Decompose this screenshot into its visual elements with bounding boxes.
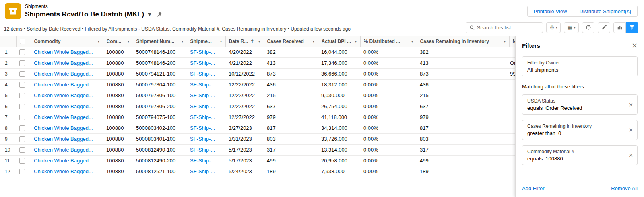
row-checkbox[interactable] xyxy=(19,115,25,120)
cases-received-cell: 189 xyxy=(264,166,318,177)
shipment-number-cell: 5000748146-200 xyxy=(133,57,187,68)
search-box[interactable] xyxy=(466,22,543,33)
list-view-body: Commodity▾ Com...▾ Shipment Num...▾ Ship… xyxy=(0,36,644,197)
column-header-cases-received[interactable]: Cases Received▾ xyxy=(264,36,318,47)
filter-card[interactable]: USDA Status equalsOrder Received × xyxy=(522,94,638,115)
filter-card[interactable]: Commodity Material # equals100880 × xyxy=(522,145,638,165)
commodity-link[interactable]: Chicken Whole Bagged... xyxy=(34,136,93,142)
remove-filter-icon[interactable]: × xyxy=(628,152,633,158)
filter-field-name: USDA Status xyxy=(527,98,627,104)
shipment-link[interactable]: SF-Ship-... xyxy=(190,114,215,120)
commodity-link[interactable]: Chicken Whole Bagged... xyxy=(34,82,93,88)
row-checkbox[interactable] xyxy=(19,158,25,164)
shipment-link[interactable]: SF-Ship-... xyxy=(190,103,215,109)
commodity-link[interactable]: Chicken Whole Bagged... xyxy=(34,147,93,153)
shipment-number-cell: 5000794121-100 xyxy=(133,68,187,79)
commodity-link[interactable]: Chicken Whole Bagged... xyxy=(34,49,93,55)
select-all-header[interactable] xyxy=(16,36,31,47)
column-header-pct-distributed[interactable]: % Distributed ...▾ xyxy=(360,36,417,47)
row-number: 2 xyxy=(0,57,16,68)
column-header-cases-remaining[interactable]: Cases Remaining in Inventory▾ xyxy=(417,36,509,47)
charts-button[interactable] xyxy=(613,22,626,33)
filter-by-owner-card[interactable]: Filter by Owner All shipments xyxy=(522,56,638,76)
shipment-number-cell: 5000803402-100 xyxy=(133,123,187,133)
column-header-date-received[interactable]: Date R...↑▾ xyxy=(225,36,264,47)
shipment-link[interactable]: SF-Ship-... xyxy=(190,158,215,164)
commodity-material-cell: 100880 xyxy=(103,112,133,123)
shipment-link[interactable]: SF-Ship-... xyxy=(190,125,215,131)
shipment-link[interactable]: SF-Ship-... xyxy=(190,147,215,153)
date-received-cell: 12/22/2022 xyxy=(225,79,264,90)
row-checkbox[interactable] xyxy=(19,82,25,88)
shipment-link[interactable]: SF-Ship-... xyxy=(190,92,215,98)
row-number: 9 xyxy=(0,133,16,144)
row-number: 4 xyxy=(0,79,16,90)
cases-received-cell: 803 xyxy=(264,133,318,144)
column-header-shipment-number[interactable]: Shipment Num...▾ xyxy=(133,36,187,47)
column-header-commodity-material[interactable]: Com...▾ xyxy=(103,36,133,47)
shipment-link[interactable]: SF-Ship-... xyxy=(190,168,215,174)
shipment-number-cell: 5000797306-200 xyxy=(133,101,187,112)
column-header-shipment[interactable]: Shipme...▾ xyxy=(187,36,225,47)
pct-distributed-cell: 0.00% xyxy=(360,112,417,123)
remove-filter-icon[interactable]: × xyxy=(628,127,633,133)
shipment-number-cell: 5000812521-100 xyxy=(133,166,187,177)
pct-distributed-cell: 0.00% xyxy=(360,155,417,166)
commodity-link[interactable]: Chicken Whole Bagged... xyxy=(34,71,93,77)
row-checkbox[interactable] xyxy=(19,125,25,131)
cases-received-cell: 499 xyxy=(264,155,318,166)
shipment-link[interactable]: SF-Ship-... xyxy=(190,60,215,66)
row-checkbox[interactable] xyxy=(19,169,25,174)
refresh-button[interactable] xyxy=(582,22,594,33)
inline-edit-button[interactable] xyxy=(598,22,610,33)
remove-filter-icon[interactable]: × xyxy=(628,102,633,107)
distribute-shipments-button[interactable]: Distribute Shipment(s) xyxy=(573,6,638,17)
filter-value: 0 xyxy=(558,130,561,136)
row-checkbox[interactable] xyxy=(19,93,25,98)
select-all-checkbox[interactable] xyxy=(20,39,25,44)
actual-dpi-cell: 20,958.000 xyxy=(318,155,360,166)
column-header-actual-dpi[interactable]: Actual DPI ...▾ xyxy=(318,36,360,47)
column-header-commodity[interactable]: Commodity▾ xyxy=(31,36,103,47)
commodity-link[interactable]: Chicken Whole Bagged... xyxy=(34,92,93,98)
row-checkbox[interactable] xyxy=(19,49,25,55)
row-checkbox[interactable] xyxy=(19,71,25,77)
row-checkbox[interactable] xyxy=(19,147,25,153)
commodity-link[interactable]: Chicken Whole Bagged... xyxy=(34,168,93,174)
add-filter-link[interactable]: Add Filter xyxy=(522,185,545,191)
filters-button[interactable] xyxy=(626,22,638,33)
commodity-material-cell: 100880 xyxy=(103,57,133,68)
list-view-selector[interactable]: Shipments Rcvd/To Be Distrib (MKE) ▼ xyxy=(25,10,164,19)
row-number: 10 xyxy=(0,144,16,155)
shipment-link[interactable]: SF-Ship-... xyxy=(190,136,215,142)
chevron-down-icon: ▾ xyxy=(502,39,506,43)
commodity-link[interactable]: Chicken Whole Bagged... xyxy=(34,158,93,164)
printable-view-button[interactable]: Printable View xyxy=(527,6,574,17)
display-as-button[interactable]: ▦ ▾ xyxy=(564,22,579,33)
row-checkbox[interactable] xyxy=(19,60,25,66)
row-number: 11 xyxy=(0,155,16,166)
shipment-link[interactable]: SF-Ship-... xyxy=(190,71,215,77)
row-checkbox[interactable] xyxy=(19,104,25,109)
filter-value: Order Received xyxy=(545,105,582,111)
commodity-link[interactable]: Chicken Whole Bagged... xyxy=(34,103,93,109)
chevron-down-icon: ▾ xyxy=(409,39,413,43)
pct-distributed-cell: 0.00% xyxy=(360,166,417,177)
filter-card[interactable]: Cases Remaining in Inventory greater tha… xyxy=(522,120,638,140)
remove-all-link[interactable]: Remove All xyxy=(611,185,638,191)
close-icon[interactable]: × xyxy=(632,42,638,49)
commodity-link[interactable]: Chicken Whole Bagged... xyxy=(34,125,93,131)
commodity-link[interactable]: Chicken Whole Bagged... xyxy=(34,114,93,120)
shipment-link[interactable]: SF-Ship-... xyxy=(190,49,215,55)
shipment-number-cell: 5000794075-100 xyxy=(133,112,187,123)
shipment-link[interactable]: SF-Ship-... xyxy=(190,82,215,88)
list-view-controls-button[interactable]: ⚙ ▾ xyxy=(546,22,561,33)
search-input[interactable] xyxy=(477,25,539,31)
row-checkbox[interactable] xyxy=(19,136,25,142)
pin-list-view-button[interactable] xyxy=(155,10,164,19)
cases-received-cell: 979 xyxy=(264,112,318,123)
commodity-link[interactable]: Chicken Whole Bagged... xyxy=(34,60,93,66)
date-received-cell: 12/27/2022 xyxy=(225,112,264,123)
commodity-material-cell: 100880 xyxy=(103,47,133,57)
filter-by-owner-value: All shipments xyxy=(527,67,632,73)
